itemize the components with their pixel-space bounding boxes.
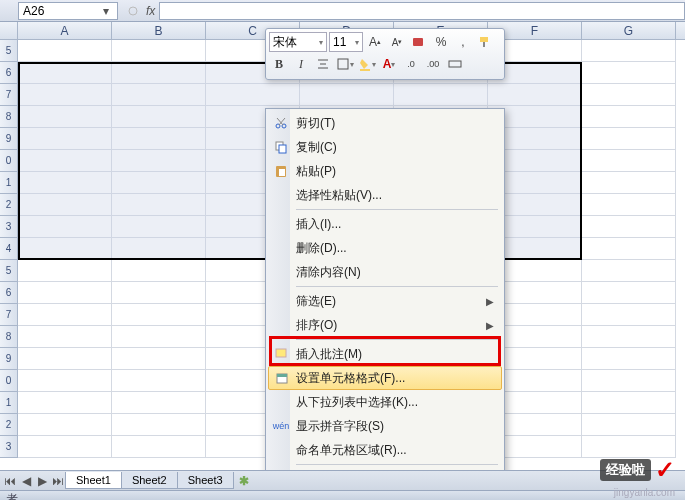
name-box-dropdown-icon[interactable]: ▾ (99, 4, 113, 18)
row-header[interactable]: 1 (0, 172, 18, 194)
shrink-font-button[interactable]: A▾ (387, 32, 407, 52)
row-header[interactable]: 8 (0, 326, 18, 348)
menu-label: 设置单元格格式(F)... (296, 370, 405, 387)
watermark-url: jingyanla.com (614, 487, 675, 498)
font-name-dropdown[interactable]: 宋体▾ (269, 32, 327, 52)
menu-insert[interactable]: 插入(I)... (268, 212, 502, 236)
menu-show-phonetic[interactable]: wén 显示拼音字段(S) (268, 414, 502, 438)
decrease-decimal-icon[interactable]: .0 (401, 54, 421, 74)
svg-rect-18 (276, 349, 286, 357)
row-header[interactable]: 9 (0, 348, 18, 370)
menu-paste-special[interactable]: 选择性粘贴(V)... (268, 183, 502, 207)
row-header[interactable]: 2 (0, 194, 18, 216)
menu-filter[interactable]: 筛选(E) ▶ (268, 289, 502, 313)
menu-name-range[interactable]: 命名单元格区域(R)... (268, 438, 502, 462)
svg-point-0 (129, 7, 137, 15)
column-header[interactable]: B (112, 22, 206, 39)
column-header[interactable]: G (582, 22, 676, 39)
font-color-button[interactable]: A▾ (379, 54, 399, 74)
fx-label[interactable]: fx (146, 4, 155, 18)
watermark: 经验啦 ✓ (600, 456, 675, 484)
bold-button[interactable]: B (269, 54, 289, 74)
tab-next-icon[interactable]: ▶ (34, 473, 50, 489)
row-header[interactable]: 2 (0, 414, 18, 436)
svg-rect-1 (413, 38, 423, 46)
paste-icon (272, 162, 290, 180)
menu-separator (296, 286, 498, 287)
borders-button[interactable]: ▾ (335, 54, 355, 74)
tab-prev-icon[interactable]: ◀ (18, 473, 34, 489)
row-header[interactable]: 6 (0, 282, 18, 304)
menu-label: 插入(I)... (296, 216, 341, 233)
menu-insert-comment[interactable]: 插入批注(M) (268, 342, 502, 366)
sheet-tab-3[interactable]: Sheet3 (177, 472, 234, 489)
row-header[interactable]: 1 (0, 392, 18, 414)
name-box-value: A26 (23, 4, 99, 18)
menu-label: 排序(O) (296, 317, 337, 334)
menu-label: 选择性粘贴(V)... (296, 187, 382, 204)
font-name-value: 宋体 (273, 34, 297, 51)
menu-label: 清除内容(N) (296, 264, 361, 281)
font-size-dropdown[interactable]: 11▾ (329, 32, 363, 52)
sheet-tabs-bar: ⏮ ◀ ▶ ⏭ Sheet1 Sheet2 Sheet3 ✱ (0, 470, 685, 490)
menu-separator (296, 209, 498, 210)
menu-clear-contents[interactable]: 清除内容(N) (268, 260, 502, 284)
format-cells-icon (273, 369, 291, 387)
comma-button[interactable]: , (453, 32, 473, 52)
increase-decimal-icon[interactable]: .00 (423, 54, 443, 74)
italic-button[interactable]: I (291, 54, 311, 74)
tab-first-icon[interactable]: ⏮ (2, 473, 18, 489)
menu-label: 删除(D)... (296, 240, 347, 257)
font-size-value: 11 (333, 35, 346, 49)
svg-rect-9 (449, 61, 461, 67)
chevron-down-icon: ▾ (355, 38, 359, 47)
merge-cells-icon[interactable] (445, 54, 465, 74)
row-header[interactable]: 6 (0, 62, 18, 84)
column-header[interactable]: A (18, 22, 112, 39)
menu-paste[interactable]: 粘贴(P) (268, 159, 502, 183)
submenu-arrow-icon: ▶ (486, 320, 494, 331)
sheet-tab-2[interactable]: Sheet2 (121, 472, 178, 489)
menu-label: 粘贴(P) (296, 163, 336, 180)
row-headers: 5 6 7 8 9 0 1 2 3 4 5 6 7 8 9 0 1 2 3 (0, 40, 18, 458)
sheet-tab-1[interactable]: Sheet1 (65, 472, 122, 489)
grow-font-button[interactable]: A▴ (365, 32, 385, 52)
row-header[interactable]: 9 (0, 128, 18, 150)
menu-copy[interactable]: 复制(C) (268, 135, 502, 159)
row-header[interactable]: 7 (0, 304, 18, 326)
row-header[interactable]: 0 (0, 370, 18, 392)
menu-separator (296, 339, 498, 340)
submenu-arrow-icon: ▶ (486, 296, 494, 307)
status-bar: 者 (0, 490, 685, 500)
row-header[interactable]: 5 (0, 40, 18, 62)
formula-bar: A26 ▾ fx (0, 0, 685, 22)
row-header[interactable]: 7 (0, 84, 18, 106)
menu-format-cells[interactable]: 设置单元格格式(F)... (268, 366, 502, 390)
menu-pick-from-list[interactable]: 从下拉列表中选择(K)... (268, 390, 502, 414)
select-all-corner[interactable] (0, 22, 18, 39)
align-center-icon[interactable] (313, 54, 333, 74)
menu-delete[interactable]: 删除(D)... (268, 236, 502, 260)
tab-last-icon[interactable]: ⏭ (50, 473, 66, 489)
name-box[interactable]: A26 ▾ (18, 2, 118, 20)
row-header[interactable]: 8 (0, 106, 18, 128)
row-header[interactable]: 3 (0, 216, 18, 238)
svg-rect-8 (360, 69, 370, 71)
row-header[interactable]: 3 (0, 436, 18, 458)
row-header[interactable]: 0 (0, 150, 18, 172)
fill-color-button[interactable]: ▾ (357, 54, 377, 74)
row-header[interactable]: 5 (0, 260, 18, 282)
menu-label: 筛选(E) (296, 293, 336, 310)
menu-cut[interactable]: 剪切(T) (268, 111, 502, 135)
percent-button[interactable]: % (431, 32, 451, 52)
svg-rect-7 (338, 59, 348, 69)
svg-rect-3 (483, 42, 485, 47)
status-text: 者 (6, 492, 18, 500)
row-header[interactable]: 4 (0, 238, 18, 260)
add-sheet-icon[interactable]: ✱ (234, 474, 254, 488)
formula-input[interactable] (159, 2, 685, 20)
format-painter-icon[interactable] (475, 32, 495, 52)
watermark-text: 经验啦 (600, 459, 651, 481)
menu-sort[interactable]: 排序(O) ▶ (268, 313, 502, 337)
accounting-format-button[interactable] (409, 32, 429, 52)
